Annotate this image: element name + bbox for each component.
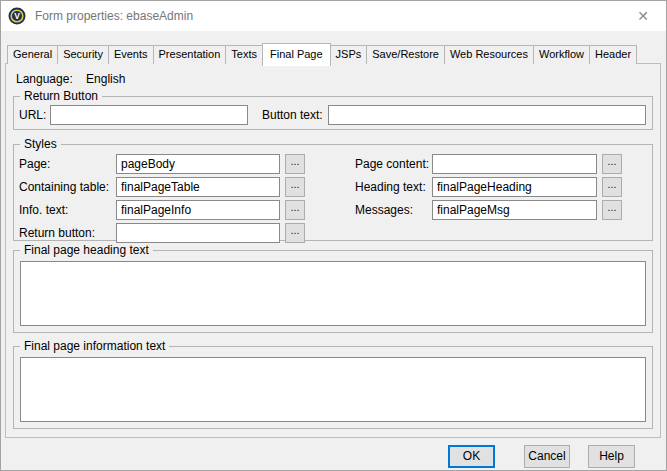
- tab-web-resources[interactable]: Web Resources: [444, 45, 534, 64]
- page-style-browse-button[interactable]: ...: [285, 154, 305, 174]
- tab-general[interactable]: General: [7, 45, 58, 64]
- return-button-style-input[interactable]: [116, 223, 280, 243]
- tab-security[interactable]: Security: [57, 45, 109, 64]
- page-style-input[interactable]: [116, 154, 280, 174]
- tab-texts[interactable]: Texts: [225, 45, 263, 64]
- final-page-info-textarea[interactable]: [20, 357, 646, 422]
- messages-style-input[interactable]: [432, 200, 597, 220]
- containing-table-style-label: Containing table:: [19, 180, 111, 194]
- info-text-style-browse-button[interactable]: ...: [285, 200, 305, 220]
- messages-style-label: Messages:: [355, 203, 427, 217]
- final-page-tab-panel: Language: English Return Button URL: But…: [5, 63, 661, 438]
- final-page-heading-group-title: Final page heading text: [20, 243, 153, 257]
- button-text-input[interactable]: [328, 105, 646, 125]
- containing-table-style-input[interactable]: [116, 177, 280, 197]
- messages-style-browse-button[interactable]: ...: [602, 200, 622, 220]
- containing-table-style-browse-button[interactable]: ...: [285, 177, 305, 197]
- final-page-info-group-title: Final page information text: [20, 339, 169, 353]
- window-title: Form properties: ebaseAdmin: [35, 9, 193, 23]
- final-page-info-group: Final page information text: [13, 346, 653, 429]
- language-row: Language: English: [16, 72, 125, 86]
- page-content-style-label: Page content:: [355, 157, 427, 171]
- info-text-style-label: Info. text:: [19, 203, 111, 217]
- tab-jsps[interactable]: JSPs: [330, 45, 368, 64]
- styles-group: Styles Page: ... Page content: ... Conta…: [13, 144, 653, 241]
- app-icon: V: [8, 7, 26, 25]
- close-icon: ✕: [637, 8, 649, 24]
- button-text-label: Button text:: [262, 108, 328, 122]
- final-page-heading-group: Final page heading text: [13, 250, 653, 333]
- info-text-style-input[interactable]: [116, 200, 280, 220]
- final-page-heading-textarea[interactable]: [20, 261, 646, 326]
- tab-presentation[interactable]: Presentation: [153, 45, 227, 64]
- page-content-style-browse-button[interactable]: ...: [602, 154, 622, 174]
- tab-workflow[interactable]: Workflow: [533, 45, 590, 64]
- heading-text-style-label: Heading text:: [355, 180, 427, 194]
- tab-final-page[interactable]: Final Page: [262, 43, 331, 66]
- tab-save-restore[interactable]: Save/Restore: [366, 45, 445, 64]
- heading-text-style-browse-button[interactable]: ...: [602, 177, 622, 197]
- return-button-group-title: Return Button: [20, 89, 102, 103]
- return-button-style-label: Return button:: [19, 226, 111, 240]
- svg-text:V: V: [14, 11, 20, 21]
- page-style-label: Page:: [19, 157, 111, 171]
- language-label: Language:: [16, 72, 73, 86]
- url-input[interactable]: [50, 105, 248, 125]
- heading-text-style-input[interactable]: [432, 177, 597, 197]
- url-label: URL:: [19, 108, 50, 122]
- return-button-row: URL: Button text:: [19, 105, 646, 125]
- form-properties-dialog: V Form properties: ebaseAdmin ✕ General …: [0, 0, 667, 471]
- help-button[interactable]: Help: [588, 445, 635, 468]
- styles-group-title: Styles: [20, 137, 61, 151]
- close-button[interactable]: ✕: [620, 1, 666, 31]
- tab-bar: General Security Events Presentation Tex…: [7, 42, 636, 64]
- cancel-button[interactable]: Cancel: [524, 445, 570, 468]
- styles-grid: Page: ... Page content: ... Containing t…: [19, 154, 648, 243]
- ok-button[interactable]: OK: [448, 445, 495, 468]
- tab-header[interactable]: Header: [589, 45, 637, 64]
- language-value: English: [86, 72, 125, 86]
- tab-events[interactable]: Events: [108, 45, 154, 64]
- page-content-style-input[interactable]: [432, 154, 597, 174]
- titlebar: V Form properties: ebaseAdmin ✕: [1, 1, 666, 31]
- return-button-group: Return Button URL: Button text:: [13, 96, 653, 130]
- return-button-style-browse-button[interactable]: ...: [285, 223, 305, 243]
